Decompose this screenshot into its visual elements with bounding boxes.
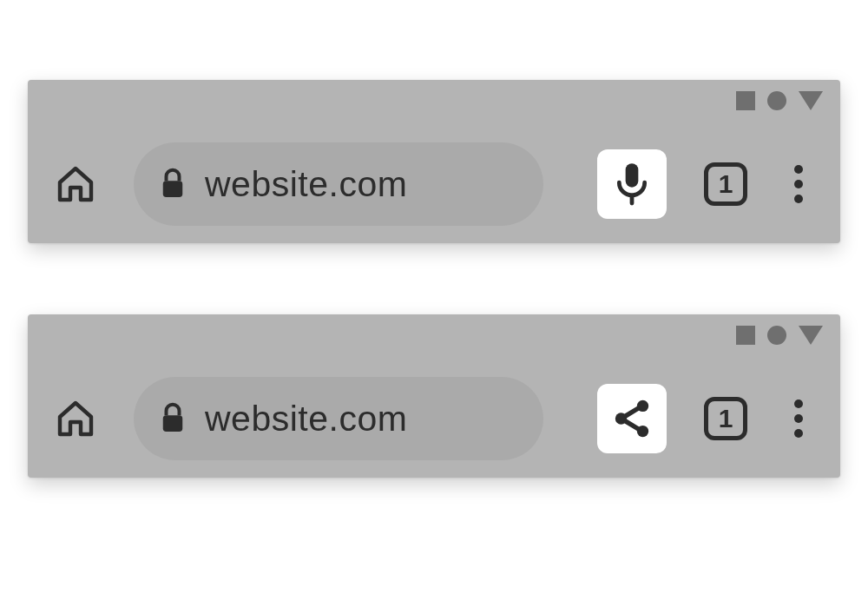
home-icon (55, 398, 96, 439)
tab-count: 1 (719, 406, 733, 432)
more-vert-icon (794, 399, 803, 408)
status-bar (736, 90, 823, 111)
browser-toolbar-variant-share: website.com 1 (28, 314, 840, 478)
url-text: website.com (205, 164, 407, 205)
url-text: website.com (205, 399, 407, 439)
browser-toolbar-variant-mic: website.com 1 (28, 80, 840, 243)
voice-search-button[interactable] (597, 149, 667, 219)
svg-rect-1 (626, 163, 639, 188)
tabs-icon: 1 (704, 397, 747, 440)
lock-icon (160, 402, 186, 435)
more-vert-icon (794, 429, 803, 438)
svg-line-7 (624, 408, 639, 417)
tabs-button[interactable]: 1 (700, 158, 752, 210)
overflow-menu-button[interactable] (781, 394, 816, 443)
home-icon (55, 163, 96, 205)
home-button[interactable] (52, 395, 99, 442)
more-vert-icon (794, 195, 803, 203)
more-vert-icon (794, 165, 803, 174)
share-button[interactable] (597, 384, 667, 453)
svg-rect-3 (163, 415, 183, 432)
address-bar[interactable]: website.com (134, 377, 543, 460)
status-square-icon (736, 326, 755, 345)
status-triangle-icon (799, 326, 823, 345)
lock-icon (160, 168, 186, 201)
status-circle-icon (767, 91, 786, 110)
microphone-icon (613, 162, 651, 207)
share-icon (610, 397, 654, 440)
svg-rect-0 (163, 181, 183, 197)
more-vert-icon (794, 180, 803, 188)
status-square-icon (736, 91, 755, 110)
overflow-menu-button[interactable] (781, 160, 816, 208)
tabs-button[interactable]: 1 (700, 393, 752, 445)
svg-line-8 (624, 420, 639, 429)
address-bar[interactable]: website.com (134, 142, 543, 226)
toolbar: website.com 1 (28, 377, 840, 460)
status-circle-icon (767, 326, 786, 345)
more-vert-icon (794, 414, 803, 423)
status-bar (736, 325, 823, 346)
tabs-icon: 1 (704, 162, 747, 206)
home-button[interactable] (52, 161, 99, 208)
toolbar: website.com 1 (28, 142, 840, 226)
tab-count: 1 (719, 171, 733, 197)
status-triangle-icon (799, 91, 823, 110)
